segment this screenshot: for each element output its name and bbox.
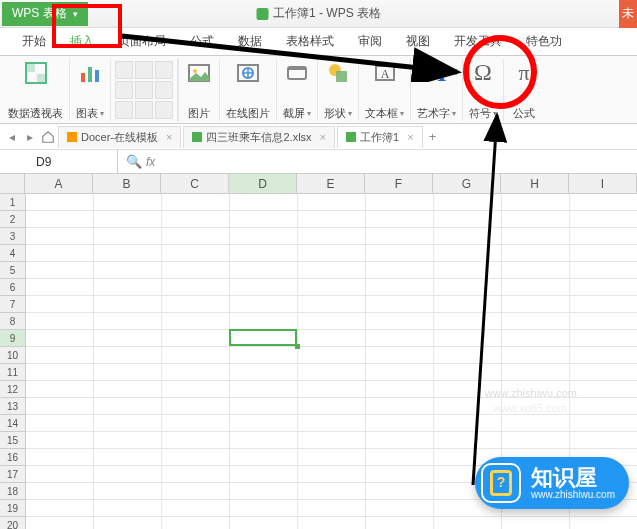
cell[interactable] [94, 296, 162, 313]
cell[interactable] [298, 364, 366, 381]
row-header[interactable]: 15 [0, 432, 26, 449]
cell[interactable] [366, 296, 434, 313]
cell[interactable] [298, 245, 366, 262]
cell[interactable] [366, 364, 434, 381]
app-menu-button[interactable]: WPS 表格 ▾ [2, 2, 88, 26]
mini-chart-icon[interactable] [155, 61, 173, 79]
row-header[interactable]: 2 [0, 211, 26, 228]
wordart-button[interactable]: A 艺术字▾ [411, 59, 463, 121]
cell[interactable] [230, 432, 298, 449]
close-icon[interactable]: × [320, 131, 326, 143]
row-header[interactable]: 7 [0, 296, 26, 313]
cell[interactable] [298, 194, 366, 211]
cell[interactable] [94, 211, 162, 228]
cell[interactable] [26, 381, 94, 398]
cell[interactable] [26, 517, 94, 529]
cell[interactable] [230, 449, 298, 466]
cell[interactable] [162, 228, 230, 245]
cell[interactable] [502, 347, 570, 364]
cell[interactable] [434, 415, 502, 432]
cell[interactable] [162, 245, 230, 262]
cell[interactable] [434, 398, 502, 415]
cell[interactable] [230, 364, 298, 381]
cell[interactable] [570, 194, 637, 211]
row-header[interactable]: 19 [0, 500, 26, 517]
picture-button[interactable]: 图片 [179, 59, 220, 121]
name-box[interactable]: D9 [28, 150, 118, 174]
cell[interactable] [94, 245, 162, 262]
column-header[interactable]: G [433, 174, 501, 194]
cell[interactable] [94, 313, 162, 330]
column-header[interactable]: C [161, 174, 229, 194]
cell[interactable] [502, 211, 570, 228]
cell[interactable] [26, 483, 94, 500]
cell[interactable] [298, 262, 366, 279]
row-headers[interactable]: 1234567891011121314151617181920 [0, 194, 26, 529]
cell[interactable] [366, 415, 434, 432]
cell[interactable] [94, 483, 162, 500]
tab-table-style[interactable]: 表格样式 [274, 28, 346, 55]
cell[interactable] [298, 449, 366, 466]
cell[interactable] [366, 500, 434, 517]
cell[interactable] [230, 483, 298, 500]
cell[interactable] [298, 313, 366, 330]
mini-chart-icon[interactable] [115, 81, 133, 99]
doc-tab-file1[interactable]: 四三班乘车信息2.xlsx × [183, 126, 335, 148]
cell[interactable] [162, 347, 230, 364]
cell[interactable] [26, 500, 94, 517]
cell[interactable] [162, 296, 230, 313]
tab-insert[interactable]: 插入 [58, 28, 106, 55]
column-header[interactable]: A [25, 174, 93, 194]
cell[interactable] [434, 313, 502, 330]
fill-handle[interactable] [295, 344, 300, 349]
cell[interactable] [502, 415, 570, 432]
cell[interactable] [366, 228, 434, 245]
cell[interactable] [366, 517, 434, 529]
cell[interactable] [366, 398, 434, 415]
cell[interactable] [570, 347, 637, 364]
cell[interactable] [570, 211, 637, 228]
cell[interactable] [298, 415, 366, 432]
textbox-button[interactable]: A 文本框▾ [359, 59, 411, 121]
cell[interactable] [570, 330, 637, 347]
new-tab-button[interactable]: + [425, 129, 441, 145]
cell[interactable] [570, 245, 637, 262]
cell[interactable] [434, 262, 502, 279]
cell[interactable] [26, 449, 94, 466]
doc-tab-docer[interactable]: Docer-在线模板 × [58, 126, 181, 148]
cell[interactable] [502, 262, 570, 279]
cell[interactable] [502, 228, 570, 245]
cell[interactable] [298, 279, 366, 296]
cell[interactable] [162, 500, 230, 517]
tab-developer[interactable]: 开发工具 [442, 28, 514, 55]
cell[interactable] [230, 296, 298, 313]
mini-chart-icon[interactable] [115, 61, 133, 79]
cell[interactable] [434, 194, 502, 211]
nav-prev-button[interactable]: ◂ [4, 129, 20, 145]
column-header[interactable]: I [569, 174, 637, 194]
cell[interactable] [94, 228, 162, 245]
cell[interactable] [230, 262, 298, 279]
cell[interactable] [366, 313, 434, 330]
cell[interactable] [570, 415, 637, 432]
cell[interactable] [570, 279, 637, 296]
tab-view[interactable]: 视图 [394, 28, 442, 55]
cell[interactable] [230, 398, 298, 415]
cell[interactable] [502, 364, 570, 381]
cell[interactable] [162, 279, 230, 296]
cell[interactable] [162, 330, 230, 347]
cell[interactable] [502, 194, 570, 211]
cell[interactable] [26, 296, 94, 313]
cell[interactable] [94, 262, 162, 279]
cell[interactable] [230, 313, 298, 330]
cell[interactable] [570, 381, 637, 398]
cell[interactable] [502, 296, 570, 313]
doc-tab-file2[interactable]: 工作簿1 × [337, 126, 423, 148]
cell[interactable] [26, 347, 94, 364]
cell[interactable] [366, 466, 434, 483]
row-header[interactable]: 4 [0, 245, 26, 262]
pivot-table-button[interactable]: 数据透视表 [2, 59, 70, 121]
tab-features[interactable]: 特色功 [514, 28, 574, 55]
cell[interactable] [502, 432, 570, 449]
cell[interactable] [298, 211, 366, 228]
